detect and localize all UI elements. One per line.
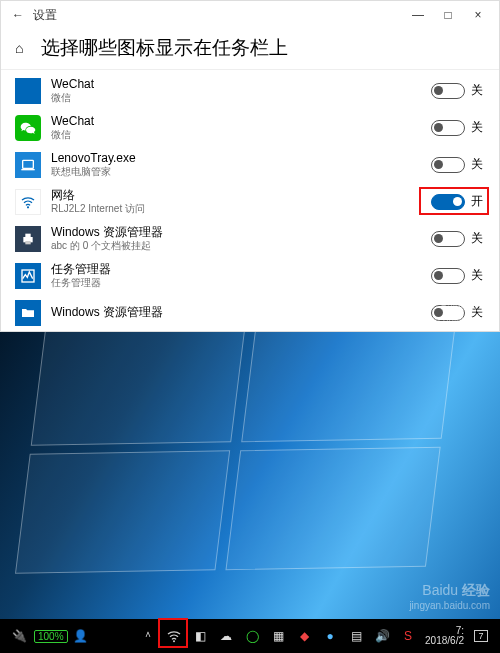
item-title: Windows 资源管理器: [51, 226, 431, 239]
item-labels: 任务管理器任务管理器: [51, 263, 431, 287]
item-subtitle: abc 的 0 个文档被挂起: [51, 240, 431, 251]
item-subtitle: 联想电脑管家: [51, 166, 431, 177]
tray-app-icon[interactable]: ▦: [267, 625, 289, 647]
toggle-wrap: 关: [431, 267, 485, 284]
svg-point-2: [27, 206, 29, 208]
heading-row: ⌂ 选择哪些图标显示在任务栏上: [1, 29, 499, 65]
item-subtitle: 微信: [51, 129, 431, 140]
toggle-wrap: 开: [431, 193, 485, 210]
ime-icon[interactable]: S: [397, 625, 419, 647]
item-subtitle: RLJ2L2 Internet 访问: [51, 203, 431, 214]
item-subtitle: 任务管理器: [51, 277, 431, 288]
home-icon[interactable]: ⌂: [15, 40, 33, 56]
page-title: 选择哪些图标显示在任务栏上: [41, 35, 288, 61]
notification-icon[interactable]: 7: [470, 625, 492, 647]
toggle-state-label: 关: [471, 267, 485, 284]
taskbar: 🔌 100% 👤 ＾ ◧ ☁ ◯ ▦ ◆ ● ▤ 🔊 S 7: 2018/6/2…: [0, 619, 500, 653]
item-labels: 网络RLJ2L2 Internet 访问: [51, 189, 431, 213]
tray-app-icon[interactable]: ☁: [215, 625, 237, 647]
close-button[interactable]: ×: [463, 8, 493, 22]
app-icon: [15, 78, 41, 104]
toggle-wrap: 关: [431, 304, 485, 321]
item-labels: Windows 资源管理器abc 的 0 个文档被挂起: [51, 226, 431, 250]
item-title: Windows 资源管理器: [51, 306, 431, 319]
battery-badge[interactable]: 100%: [34, 630, 68, 643]
app-icon: [15, 189, 41, 215]
tray-app-icon[interactable]: ●: [319, 625, 341, 647]
app-icon: [15, 226, 41, 252]
list-item: 任务管理器任务管理器关: [15, 257, 485, 294]
maximize-button[interactable]: □: [433, 8, 463, 22]
svg-point-7: [173, 640, 175, 642]
power-icon[interactable]: 🔌: [8, 625, 30, 647]
item-labels: Windows 资源管理器: [51, 306, 431, 319]
toggle-state-label: 关: [471, 119, 485, 136]
tray-app-icon[interactable]: ▤: [345, 625, 367, 647]
item-subtitle: 微信: [51, 92, 431, 103]
svg-rect-1: [21, 169, 34, 170]
list-item: WeChat微信关: [15, 72, 485, 109]
item-title: 任务管理器: [51, 263, 431, 276]
window-title: 设置: [29, 7, 57, 24]
toggle-state-label: 关: [471, 230, 485, 247]
desktop-panel: Baidu 经验 jingyan.baidu.com 🔌 100% 👤 ＾ ◧ …: [0, 332, 500, 653]
toggle-state-label: 关: [471, 82, 485, 99]
divider: [1, 69, 499, 70]
item-title: WeChat: [51, 78, 431, 91]
app-icon: [15, 115, 41, 141]
app-icon: [15, 300, 41, 326]
svg-rect-5: [25, 241, 30, 244]
toggle-switch[interactable]: [431, 231, 465, 247]
toggle-wrap: 关: [431, 82, 485, 99]
tray-app-icon[interactable]: ◯: [241, 625, 263, 647]
item-labels: LenovoTray.exe联想电脑管家: [51, 152, 431, 176]
watermark: Baidu 经验 jingyan.baidu.com: [409, 582, 490, 611]
wifi-tray-icon[interactable]: [163, 625, 185, 647]
back-button[interactable]: ←: [7, 8, 29, 22]
titlebar: ← 设置 — □ ×: [1, 1, 499, 29]
toggle-switch[interactable]: [431, 194, 465, 210]
list-item: Windows 资源管理器关: [15, 294, 485, 331]
list-item: LenovoTray.exe联想电脑管家关: [15, 146, 485, 183]
window-controls: — □ ×: [403, 8, 493, 22]
list-item: 网络RLJ2L2 Internet 访问开: [15, 183, 485, 220]
svg-rect-4: [25, 233, 30, 236]
list-item: Windows 资源管理器abc 的 0 个文档被挂起关: [15, 220, 485, 257]
toggle-switch[interactable]: [431, 305, 465, 321]
app-icon: [15, 152, 41, 178]
minimize-button[interactable]: —: [403, 8, 433, 22]
toggle-switch[interactable]: [431, 120, 465, 136]
item-labels: WeChat微信: [51, 115, 431, 139]
toggle-switch[interactable]: [431, 268, 465, 284]
clock[interactable]: 7: 2018/6/2: [425, 626, 464, 647]
tray-app-icon[interactable]: ◆: [293, 625, 315, 647]
tray-chevron-icon[interactable]: ＾: [137, 625, 159, 647]
item-labels: WeChat微信: [51, 78, 431, 102]
tray-app-icon[interactable]: ◧: [189, 625, 211, 647]
svg-rect-0: [23, 160, 34, 168]
toggle-wrap: 关: [431, 156, 485, 173]
item-title: 网络: [51, 189, 431, 202]
item-title: WeChat: [51, 115, 431, 128]
toggle-switch[interactable]: [431, 157, 465, 173]
settings-window: ← 设置 — □ × ⌂ 选择哪些图标显示在任务栏上 WeChat微信关WeCh…: [0, 0, 500, 332]
toggle-state-label: 开: [471, 193, 485, 210]
wallpaper-windows-logo: [13, 332, 486, 586]
item-title: LenovoTray.exe: [51, 152, 431, 165]
toggle-switch[interactable]: [431, 83, 465, 99]
toggle-wrap: 关: [431, 119, 485, 136]
app-icon: [15, 263, 41, 289]
toggle-wrap: 关: [431, 230, 485, 247]
people-icon[interactable]: 👤: [70, 625, 92, 647]
icon-toggle-list: WeChat微信关WeChat微信关LenovoTray.exe联想电脑管家关网…: [1, 72, 499, 331]
toggle-state-label: 关: [471, 156, 485, 173]
toggle-state-label: 关: [471, 304, 485, 321]
list-item: WeChat微信关: [15, 109, 485, 146]
volume-icon[interactable]: 🔊: [371, 625, 393, 647]
